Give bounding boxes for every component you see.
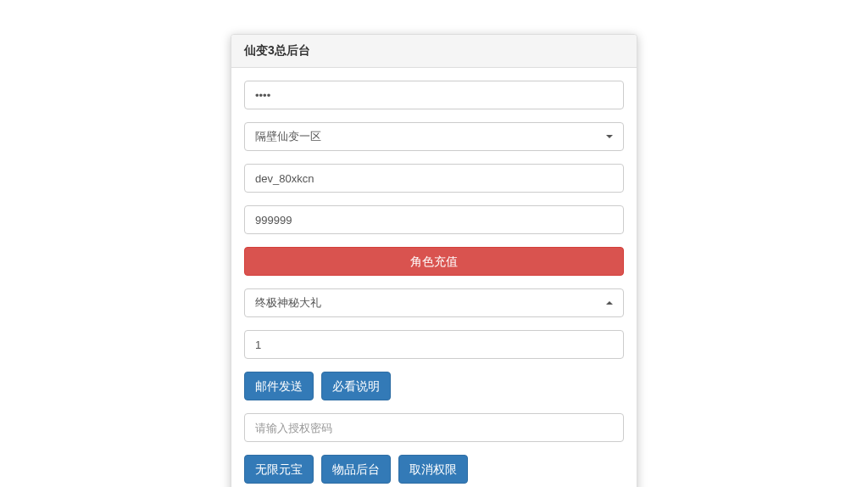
auth-password-input[interactable]: [244, 413, 624, 442]
gift-select[interactable]: 终极神秘大礼: [244, 288, 624, 317]
item-backend-button[interactable]: 物品后台: [321, 455, 391, 484]
mail-send-button[interactable]: 邮件发送: [244, 372, 314, 400]
panel-heading: 仙变3总后台: [231, 35, 637, 68]
must-read-button[interactable]: 必看说明: [321, 372, 391, 400]
amount-input[interactable]: [244, 205, 624, 234]
caret-down-icon: [606, 135, 613, 138]
server-select-value: 隔壁仙变一区: [255, 129, 321, 144]
gift-select-value: 终极神秘大礼: [255, 295, 321, 311]
cancel-auth-button[interactable]: 取消权限: [398, 455, 468, 484]
quantity-input[interactable]: [244, 330, 624, 359]
server-select[interactable]: 隔壁仙变一区: [244, 122, 624, 151]
recharge-button[interactable]: 角色充值: [244, 247, 624, 276]
account-input[interactable]: [244, 164, 624, 193]
unlimited-yuanbao-button[interactable]: 无限元宝: [244, 455, 314, 484]
admin-panel: 仙变3总后台 隔壁仙变一区 角色充值 终极神秘大礼: [231, 34, 637, 487]
panel-title: 仙变3总后台: [244, 43, 624, 59]
caret-up-icon: [606, 301, 613, 305]
panel-body: 隔壁仙变一区 角色充值 终极神秘大礼 邮件发送 必看说明: [231, 68, 637, 487]
password-input[interactable]: [244, 81, 624, 109]
